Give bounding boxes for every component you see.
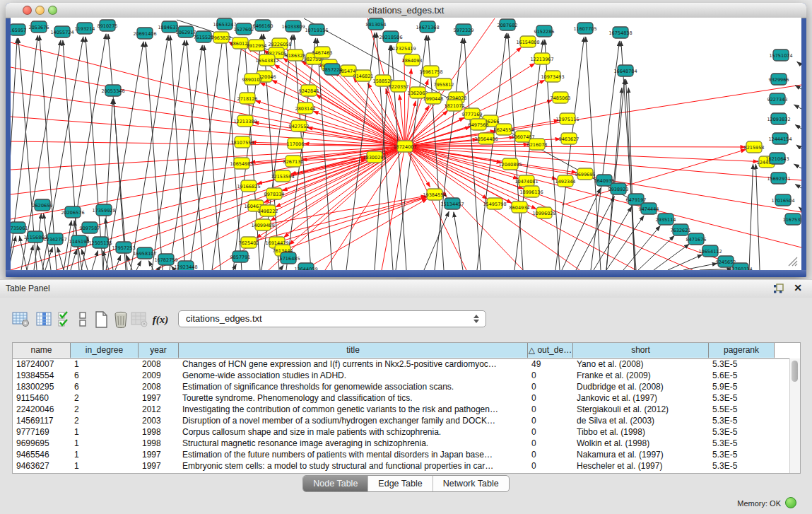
graph-node[interactable]: 165957 [11, 24, 26, 35]
table-row[interactable]: 911546021997Tourette syndrome. Phenomeno… [13, 392, 790, 404]
table-row[interactable]: 969969511998Structural magnetic resonanc… [13, 438, 790, 449]
graph-node[interactable]: 1145194 [69, 235, 90, 247]
function-builder-icon[interactable]: f(x) [150, 309, 171, 330]
graph-node[interactable]: 12213967 [530, 53, 553, 64]
graph-node[interactable]: 5467463 [312, 47, 333, 58]
graph-node[interactable]: 9463627 [559, 133, 579, 144]
graph-node[interactable]: 8471676 [686, 233, 707, 245]
graph-node[interactable]: 7857224 [322, 64, 343, 75]
column-header-year[interactable]: year [139, 343, 179, 358]
graph-node[interactable]: 29218506 [379, 31, 402, 42]
graph-node[interactable]: 20053346 [101, 85, 124, 96]
graph-node[interactable]: 15751074 [769, 49, 792, 61]
graph-node[interactable]: 1167533 [783, 214, 801, 225]
graph-node[interactable]: 9242845 [299, 85, 319, 96]
graph-node[interactable]: 2620659 [33, 199, 53, 211]
graph-node[interactable]: 12213389 [233, 115, 257, 127]
graph-node[interactable]: 6216078 [527, 139, 548, 150]
graph-node[interactable]: 16961758 [419, 66, 442, 77]
graph-node[interactable]: 16754838 [608, 27, 632, 38]
graph-node[interactable]: 7955812 [434, 78, 454, 90]
graph-node[interactable]: 15495798 [483, 198, 506, 209]
graph-node[interactable]: 8220357 [389, 81, 409, 92]
table-scrollbar[interactable] [789, 358, 800, 473]
graph-node[interactable]: 17359928 [92, 204, 115, 216]
graph-node[interactable]: 7625402 [239, 237, 259, 248]
graph-node[interactable]: 19166825 [237, 180, 260, 192]
graph-node[interactable]: 9857791 [230, 251, 251, 262]
graph-node[interactable]: 117006 [287, 138, 305, 149]
graph-node[interactable]: 6466160 [253, 20, 273, 31]
column-header-name[interactable]: name [13, 343, 71, 358]
table-selector-dropdown[interactable]: citations_edges.txt [178, 310, 486, 327]
table-row[interactable]: 946362711997Embryonic stem cells: a mode… [13, 460, 790, 472]
graph-node[interactable]: 8186328 [286, 49, 306, 61]
column-header-title[interactable]: title [179, 343, 528, 358]
graph-node[interactable]: 16154808 [516, 36, 539, 47]
tab-network-table[interactable]: Network Table [433, 476, 509, 491]
graph-node[interactable]: 9699695 [575, 168, 596, 180]
graph-node[interactable]: 19384554 [423, 189, 446, 200]
graph-node[interactable]: 9777169 [462, 108, 483, 119]
citation-network-graph[interactable]: 1830029519384554796382288601288912954282… [11, 18, 801, 270]
graph-node[interactable]: 20206576 [61, 206, 84, 218]
graph-node[interactable]: 12093832 [767, 113, 790, 124]
column-header-short[interactable]: short [573, 343, 709, 358]
graph-node[interactable]: 6497568 [469, 119, 489, 130]
tab-node-table[interactable]: Node Table [303, 476, 368, 491]
graph-node[interactable]: 8978334 [264, 188, 285, 199]
graph-node[interactable]: 9146821 [353, 70, 374, 81]
graph-node[interactable]: 1498222 [258, 205, 278, 216]
graph-node[interactable]: 1492344 [555, 175, 576, 187]
graph-node[interactable]: 12444154 [768, 133, 792, 144]
table-row[interactable]: 1830029562008Estimation of significance … [13, 381, 790, 392]
table-settings-icon[interactable] [11, 309, 32, 330]
graph-node[interactable]: 1193214 [75, 23, 95, 34]
graph-node[interactable]: 9890107 [242, 74, 263, 85]
graph-node[interactable]: 15692971 [767, 173, 790, 184]
float-window-icon[interactable] [773, 284, 784, 294]
graph-node[interactable]: 15134457 [440, 198, 464, 209]
graph-node[interactable]: 2053676 [29, 21, 49, 33]
graph-node[interactable]: 8267130 [283, 156, 304, 167]
graph-node[interactable]: 20691406 [133, 28, 156, 39]
graph-node[interactable]: 8912954 [247, 40, 267, 51]
graph-node[interactable]: 8938923 [608, 183, 629, 194]
graph-node[interactable]: 2803144 [295, 103, 316, 114]
canvas-resize-grip-icon[interactable] [786, 255, 800, 269]
graph-node[interactable]: 7963822 [211, 32, 232, 43]
graph-node[interactable]: 16648784 [613, 65, 637, 76]
graph-node[interactable]: 14671368 [416, 21, 439, 33]
graph-node[interactable]: 8910275 [98, 20, 118, 31]
graph-node[interactable]: 5972329 [454, 24, 474, 35]
graph-node[interactable]: 14055724 [50, 26, 73, 37]
graph-node[interactable]: 2935114 [656, 214, 676, 225]
scrollbar-thumb[interactable] [792, 361, 798, 382]
table-row[interactable]: 1872400712008Changes of HCN gene express… [13, 358, 790, 370]
graph-node[interactable]: 11607705 [573, 23, 596, 34]
graph-node[interactable]: 2718126 [237, 93, 258, 104]
new-table-icon[interactable] [90, 309, 112, 330]
graph-node[interactable]: 9152286 [534, 25, 555, 37]
graph-node[interactable]: 2087682 [498, 19, 518, 30]
graph-node[interactable]: 12325419 [392, 42, 416, 54]
graph-node[interactable]: 8604934 [510, 201, 530, 213]
graph-node[interactable]: 8427552 [289, 120, 310, 132]
graph-node[interactable]: 7485063 [551, 92, 571, 103]
table-row[interactable]: 2242004622012Investigating the contribut… [13, 404, 790, 415]
graph-node[interactable]: 18996136 [519, 186, 543, 197]
column-header-out_de[interactable]: △ out_de… [528, 343, 573, 358]
window-titlebar[interactable]: citations_edges.txt [6, 3, 806, 18]
graph-node[interactable]: 7515528 [194, 31, 214, 42]
graph-node[interactable]: 8813054 [366, 18, 387, 30]
select-column-icon[interactable] [34, 309, 55, 330]
graph-node[interactable]: 1864093 [402, 54, 423, 66]
graph-node[interactable]: 1735061 [11, 222, 28, 233]
column-header-pagerank[interactable]: pagerank [709, 343, 775, 358]
graph-node[interactable]: 7632621 [671, 224, 691, 235]
table-row[interactable]: 946554611997Estimation of the future num… [13, 449, 790, 460]
graph-node[interactable]: 9227343 [767, 93, 788, 105]
graph-node[interactable]: 10474081 [514, 175, 538, 187]
graph-node[interactable]: 12040895 [498, 158, 522, 170]
graph-node[interactable]: 18107554 [230, 136, 254, 148]
